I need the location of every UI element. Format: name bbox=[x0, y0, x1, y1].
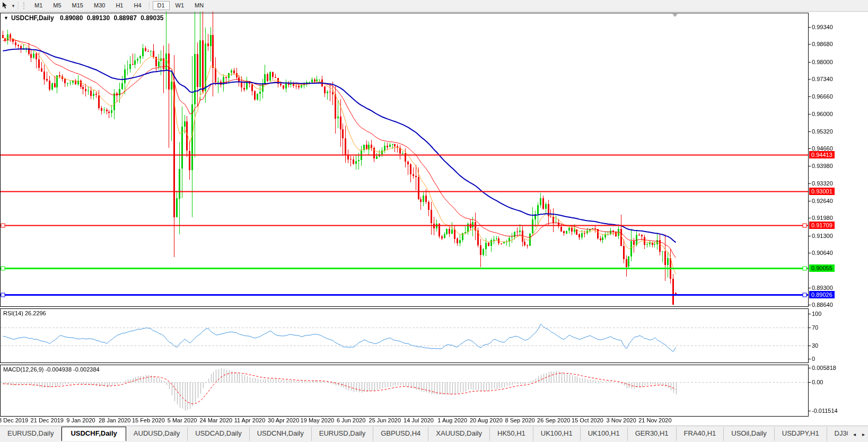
hline-price-label: 0.93001 bbox=[809, 188, 835, 195]
hline-price-label: 0.94413 bbox=[809, 151, 835, 158]
trading-platform-window: ▾ M1M5M15M30H1H4D1W1MN ▼USDCHF,Daily 0.8… bbox=[0, 0, 868, 442]
timeframe-button-h4[interactable]: H4 bbox=[129, 1, 146, 10]
date-tick-label: 21 Dec 2019 bbox=[31, 417, 64, 423]
tab-eurusd-daily[interactable]: EURUSD,Daily bbox=[0, 427, 62, 441]
price-tick-label: 0.93980 bbox=[812, 163, 833, 169]
date-tick-label: 21 Nov 2020 bbox=[638, 417, 671, 423]
rsi-tick-label: 0 bbox=[812, 356, 815, 362]
tab-hk50-h1[interactable]: HK50,H1 bbox=[490, 427, 533, 441]
chart-title: ▼USDCHF,Daily 0.89080 0.89130 0.88987 0.… bbox=[4, 14, 164, 22]
date-tick-label: 8 Sep 2020 bbox=[505, 417, 534, 423]
symbol-menu-icon[interactable]: ▼ bbox=[4, 15, 8, 21]
date-tick-label: 9 Jan 2020 bbox=[66, 417, 95, 423]
tab-uk100-h1[interactable]: UK100,H1 bbox=[581, 427, 628, 441]
price-tick-label: 0.99340 bbox=[812, 24, 833, 30]
ohlc-high: 0.89130 bbox=[87, 14, 110, 22]
tab-usdjpy-h1[interactable]: USDJPY,H1 bbox=[775, 427, 827, 441]
hline-price-label: 0.91709 bbox=[809, 222, 835, 229]
tab-scroll-buttons: ◂ ▸ bbox=[848, 426, 868, 442]
toolbar-separator bbox=[149, 2, 150, 10]
dropdown-arrow-icon[interactable]: ▾ bbox=[11, 3, 16, 8]
price-tick-label: 0.98680 bbox=[812, 41, 833, 47]
rsi-value: 26.2296 bbox=[25, 310, 46, 316]
macd-title: MACD(12,26,9) -0.004938 -0.002384 bbox=[3, 366, 100, 373]
date-tick-label: 1 Aug 2020 bbox=[437, 417, 467, 423]
macd-main-value: -0.004938 bbox=[45, 366, 72, 373]
chart-tab-bar: EURUSD,DailyUSDCHF,DailyAUDUSD,DailyUSDC… bbox=[0, 426, 868, 442]
tab-usdcnh-daily[interactable]: USDCNH,Daily bbox=[250, 427, 312, 441]
macd-signal-value: -0.002384 bbox=[73, 366, 100, 373]
macd-tick-label: 0.005818 bbox=[812, 365, 836, 371]
last-bar-marker-icon bbox=[672, 14, 678, 17]
timeframe-buttons: M1M5M15M30H1H4D1W1MN bbox=[29, 1, 209, 10]
ohlc-open: 0.89080 bbox=[60, 14, 83, 22]
price-tick-label: 0.91300 bbox=[812, 233, 833, 239]
macd-tick-label: -0.011514 bbox=[812, 408, 838, 414]
price-tick-label: 0.90640 bbox=[812, 250, 833, 256]
tab-usdchf-daily[interactable]: USDCHF,Daily bbox=[62, 427, 126, 441]
tab-scroll-right-icon[interactable]: ▸ bbox=[862, 431, 865, 437]
tab-gbpusd-h4[interactable]: GBPUSD,H4 bbox=[373, 427, 428, 441]
date-tick-label: 14 Jul 2020 bbox=[404, 417, 434, 423]
price-tick-label: 0.96660 bbox=[812, 93, 833, 100]
date-tick-label: 5 Mar 2020 bbox=[168, 417, 197, 423]
price-tick-label: 0.93320 bbox=[812, 180, 833, 187]
cursor-arrow-glyph bbox=[2, 2, 8, 9]
cursor-tool-icon[interactable] bbox=[0, 1, 11, 10]
price-tick-label: 0.96000 bbox=[812, 111, 833, 117]
timeframe-button-w1[interactable]: W1 bbox=[171, 1, 189, 10]
chart-tabs: EURUSD,DailyUSDCHF,DailyAUDUSD,DailyUSDC… bbox=[0, 426, 868, 441]
price-tick-label: 0.91980 bbox=[812, 215, 833, 221]
ohlc-close: 0.89035 bbox=[141, 14, 163, 22]
timeframe-button-m5[interactable]: M5 bbox=[48, 1, 66, 10]
price-tick-label: 0.92640 bbox=[812, 198, 833, 204]
tab-uk100-h1[interactable]: UK100,H1 bbox=[533, 427, 581, 441]
date-tick-label: 28 Jan 2020 bbox=[99, 417, 131, 423]
chart-canvas[interactable] bbox=[0, 0, 868, 442]
rsi-tick-label: 100 bbox=[812, 311, 821, 317]
price-tick-label: 0.88640 bbox=[812, 302, 833, 308]
date-tick-label: 3 Nov 2020 bbox=[607, 417, 636, 423]
price-tick-label: 0.89300 bbox=[812, 285, 833, 291]
tab-scroll-left-icon[interactable]: ◂ bbox=[853, 431, 856, 437]
price-tick-label: 0.95320 bbox=[812, 128, 833, 135]
tab-fra40-h1[interactable]: FRA40,H1 bbox=[677, 427, 724, 441]
hline-price-label: 0.90055 bbox=[809, 264, 835, 272]
date-tick-label: 15 Oct 2020 bbox=[572, 417, 603, 423]
timeframe-button-d1[interactable]: D1 bbox=[153, 1, 170, 10]
rsi-tick-label: 30 bbox=[812, 342, 818, 349]
ohlc-low: 0.88987 bbox=[113, 14, 136, 22]
timeframe-toolbar: ▾ M1M5M15M30H1H4D1W1MN bbox=[0, 0, 868, 12]
date-tick-label: 15 Feb 2020 bbox=[132, 417, 165, 423]
date-tick-label: 26 Sep 2020 bbox=[537, 417, 570, 423]
hline-price-label: 0.89026 bbox=[809, 291, 835, 298]
date-tick-label: 6 Jun 2020 bbox=[337, 417, 365, 423]
timeframe-button-h1[interactable]: H1 bbox=[111, 1, 128, 10]
tab-audusd-daily[interactable]: AUDUSD,Daily bbox=[126, 427, 188, 441]
tab-xauusd-daily[interactable]: XAUUSD,Daily bbox=[428, 427, 490, 441]
timeframe-button-m1[interactable]: M1 bbox=[30, 1, 47, 10]
timeframe-button-mn[interactable]: MN bbox=[190, 1, 208, 10]
chart-symbol: USDCHF,Daily bbox=[11, 14, 54, 22]
date-tick-label: 19 May 2020 bbox=[301, 417, 335, 423]
tab-usoil-daily[interactable]: USOil,Daily bbox=[724, 427, 774, 441]
rsi-tick-label: 70 bbox=[812, 324, 818, 331]
price-tick-label: 0.98000 bbox=[812, 59, 833, 65]
timeframe-button-m30[interactable]: M30 bbox=[89, 1, 110, 10]
timeframe-button-m15[interactable]: M15 bbox=[67, 1, 88, 10]
date-tick-label: 24 Mar 2020 bbox=[199, 417, 232, 423]
date-tick-label: 11 Apr 2020 bbox=[234, 417, 266, 423]
tab-eurusd-daily[interactable]: EURUSD,Daily bbox=[312, 427, 373, 441]
date-tick-label: 3 Dec 2019 bbox=[0, 417, 28, 423]
tab-usdcad-daily[interactable]: USDCAD,Daily bbox=[188, 427, 249, 441]
rsi-title: RSI(14) 26.2296 bbox=[3, 310, 46, 316]
toolbar-separator bbox=[18, 2, 19, 10]
date-tick-label: 30 Apr 2020 bbox=[268, 417, 299, 423]
macd-tick-label: 0.00 bbox=[812, 379, 823, 385]
date-tick-label: 25 Jun 2020 bbox=[369, 417, 401, 423]
toolbar-grip[interactable] bbox=[23, 2, 26, 9]
tab-ger30-h1[interactable]: GER30,H1 bbox=[628, 427, 677, 441]
price-tick-label: 0.97340 bbox=[812, 76, 833, 82]
date-tick-label: 20 Aug 2020 bbox=[470, 417, 503, 423]
